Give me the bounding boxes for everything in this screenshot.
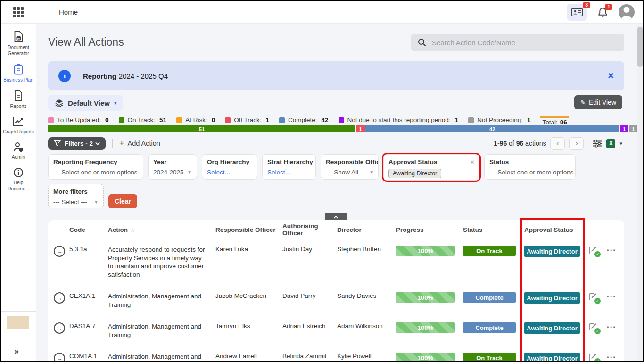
edit-action-icon[interactable]: ✓ (588, 246, 598, 256)
legend-item: On Track:51 (119, 116, 167, 123)
contacts-badge: 8 (583, 2, 590, 8)
top-navbar: Home 8 1 (1, 1, 643, 24)
admin-user-shield-icon (13, 142, 24, 152)
notifications-button[interactable]: 1 (597, 7, 608, 18)
filter-row-2: More filters --- Select ---▼ Clear (48, 184, 137, 208)
apps-grid-icon[interactable] (13, 7, 24, 17)
more-options-icon[interactable]: ··· (607, 292, 616, 301)
col-header-action[interactable]: Action△ (108, 226, 215, 233)
open-action-icon[interactable]: → (54, 292, 65, 304)
status-badge: On Track (463, 353, 516, 361)
line-chart-icon (13, 116, 24, 127)
edit-view-label: Edit View (589, 99, 616, 106)
sidebar-item-graph-reports[interactable]: Graph Reports (1, 116, 36, 135)
col-header-approval[interactable]: Approval Status (524, 226, 588, 233)
col-header-status[interactable]: Status (463, 226, 524, 233)
scrollbar-thumb[interactable] (637, 27, 643, 67)
user-avatar[interactable] (619, 4, 635, 20)
search-box[interactable] (411, 34, 624, 51)
edit-view-button[interactable]: ✎ Edit View (574, 95, 622, 109)
more-options-icon[interactable]: ··· (607, 353, 616, 361)
svg-text:w: w (17, 36, 20, 41)
sidebar-label: Help Docume... (2, 180, 34, 192)
col-header-progress[interactable]: Progress (396, 226, 463, 233)
open-action-icon[interactable]: → (54, 322, 65, 334)
table-row: → DAS1A.7 Administration, Management and… (48, 316, 624, 346)
cell-director: Sandy Davies (337, 292, 396, 299)
col-header-authorising[interactable]: Authorising Officer (282, 222, 337, 237)
sidebar-footer: » (1, 311, 36, 361)
sidebar-item-help-documents[interactable]: Help Docume... (1, 167, 36, 192)
page-title: View All Actions (48, 36, 124, 49)
filter-year[interactable]: Year 2024-2025▼ (148, 154, 197, 180)
legend-item: Not Proceeding:1 (468, 116, 530, 123)
add-action-button[interactable]: + Add Action (119, 139, 160, 148)
word-document-icon: w (14, 31, 24, 42)
clear-filters-button[interactable]: Clear (108, 194, 137, 208)
actions-toolbar: Filters - 2 + Add Action 1-96 of 96 acti… (48, 137, 622, 150)
filters-button[interactable]: Filters - 2 (48, 137, 106, 150)
cell-code: 5.3.1a (69, 246, 108, 253)
export-dropdown-icon[interactable]: ▾ (619, 140, 622, 147)
main-content: View All Actions i Reporting2024 - 2025 … (36, 24, 643, 361)
contacts-button[interactable]: 8 (567, 4, 587, 21)
filter-status[interactable]: Status --- Select one or more options (484, 154, 576, 180)
legend-item: To Be Updated:0 (48, 116, 109, 123)
column-settings-icon[interactable] (593, 140, 602, 148)
cell-action: Administration, Management and Training (108, 353, 215, 361)
filter-approval-status[interactable]: Approval Status× Awaiting Director (383, 154, 479, 181)
approval-status-chip[interactable]: Awaiting Director (388, 169, 441, 178)
status-badge: On Track (463, 246, 516, 256)
legend-total: Total:96 (540, 116, 569, 126)
sidebar-item-document-generator[interactable]: w Document Generator (1, 31, 36, 57)
topbar-actions: 8 1 (567, 1, 635, 24)
approval-status-badge: Awaiting Director (524, 322, 580, 334)
status-bar-segment: 42 (365, 125, 619, 132)
edit-action-icon[interactable]: ✓ (588, 353, 598, 361)
collapse-filters-button[interactable] (325, 213, 347, 220)
filter-reporting-frequency[interactable]: Reporting Frequency --- Select one or mo… (48, 154, 143, 180)
check-icon: ✓ (594, 251, 601, 257)
cell-director: Kylie Powell (337, 353, 396, 360)
more-options-icon[interactable]: ··· (607, 246, 616, 255)
filter-row: Reporting Frequency --- Select one or mo… (48, 154, 576, 181)
col-header-responsible[interactable]: Responsible Officer (215, 226, 282, 233)
excel-export-icon[interactable]: X (606, 139, 615, 148)
more-options-icon[interactable]: ··· (607, 322, 616, 331)
search-input[interactable] (431, 38, 618, 47)
next-page-button[interactable]: › (569, 137, 584, 150)
edit-action-icon[interactable]: ✓ (588, 292, 598, 303)
select-link[interactable]: Select... (267, 169, 290, 176)
sidebar-item-admin[interactable]: Admin (1, 142, 36, 160)
open-action-icon[interactable]: → (54, 353, 65, 361)
status-bar-segment: 1 (356, 125, 365, 132)
col-header-code[interactable]: Code (69, 226, 108, 233)
view-selector[interactable]: Default View ▾ (48, 95, 123, 111)
sidebar-item-reports[interactable]: Reports (1, 90, 36, 109)
filter-org-hierarchy[interactable]: Org Hierarchy Select... (202, 154, 257, 180)
sidebar-expand-button[interactable]: » (14, 346, 19, 356)
cell-responsible-officer: Tamryn Elks (215, 322, 282, 329)
vertical-scrollbar[interactable] (637, 25, 643, 361)
legend-swatch (468, 117, 474, 123)
approval-status-badge: Awaiting Director (524, 353, 580, 361)
approval-status-badge: Awaiting Director (524, 292, 580, 304)
legend-swatch (339, 117, 344, 123)
table-header-row: Code Action△ Responsible Officer Authori… (48, 220, 624, 239)
prev-page-button[interactable]: ‹ (550, 137, 565, 150)
legend-item: Off Track:1 (225, 116, 269, 123)
select-link[interactable]: Select... (207, 169, 230, 176)
clear-filter-icon[interactable]: × (470, 160, 474, 165)
sort-icon: △ (131, 228, 134, 233)
notifications-badge: 1 (605, 4, 612, 10)
banner-close-icon[interactable]: × (608, 71, 614, 81)
cell-action: Accurately respond to requests for Prope… (108, 246, 215, 279)
col-header-director[interactable]: Director (337, 226, 396, 233)
edit-action-icon[interactable]: ✓ (588, 322, 598, 333)
filter-more[interactable]: More filters --- Select ---▼ (48, 184, 104, 208)
progress-bar: 100% (396, 292, 455, 303)
filter-strat-hierarchy[interactable]: Strat Hierarchy Select... (262, 154, 316, 180)
filter-responsible-officer[interactable]: Responsible Officer --- Show All ---▼ (321, 154, 379, 180)
sidebar-item-business-plan[interactable]: Business Plan (1, 64, 36, 83)
open-action-icon[interactable]: → (54, 246, 65, 257)
